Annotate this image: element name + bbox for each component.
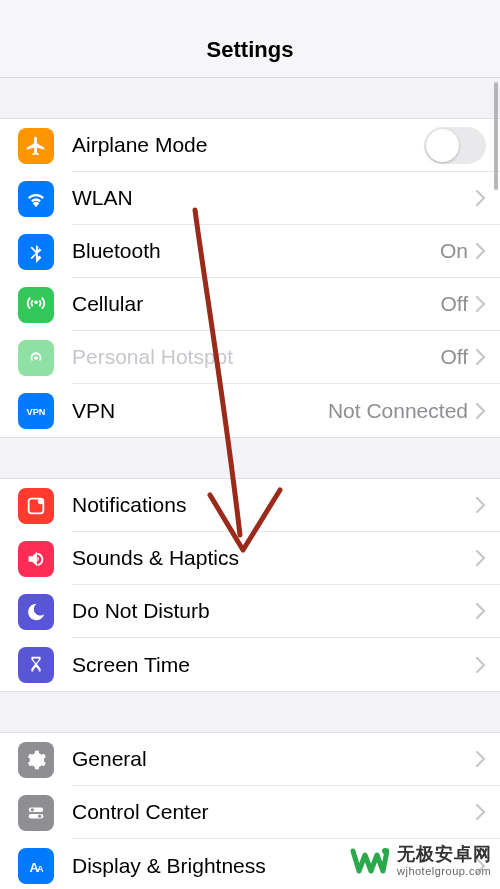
- cellular-label: Cellular: [72, 292, 440, 316]
- chevron-right-icon: [476, 804, 486, 820]
- chevron-right-icon: [476, 497, 486, 513]
- airplane-icon: [18, 128, 54, 164]
- bluetooth-row[interactable]: Bluetooth On: [0, 225, 500, 278]
- wifi-icon: [18, 181, 54, 217]
- gear-icon: [18, 742, 54, 778]
- chevron-right-icon: [476, 190, 486, 206]
- vpn-row[interactable]: VPN VPN Not Connected: [0, 384, 500, 437]
- screentime-row[interactable]: Screen Time: [0, 638, 500, 691]
- hotspot-icon: [18, 340, 54, 376]
- chevron-right-icon: [476, 296, 486, 312]
- notifications-row[interactable]: Notifications: [0, 479, 500, 532]
- bluetooth-icon: [18, 234, 54, 270]
- control-center-row[interactable]: Control Center: [0, 786, 500, 839]
- chevron-right-icon: [476, 858, 486, 874]
- sounds-icon: [18, 541, 54, 577]
- cellular-row[interactable]: Cellular Off: [0, 278, 500, 331]
- moon-icon: [18, 594, 54, 630]
- airplane-mode-row[interactable]: Airplane Mode: [0, 119, 500, 172]
- header: Settings: [0, 0, 500, 78]
- scrollbar[interactable]: [494, 82, 498, 190]
- svg-point-4: [31, 808, 34, 811]
- vpn-value: Not Connected: [328, 399, 468, 423]
- bluetooth-value: On: [440, 239, 468, 263]
- hotspot-label: Personal Hotspot: [72, 345, 440, 369]
- svg-point-2: [38, 498, 44, 504]
- antenna-icon: [18, 287, 54, 323]
- notifications-icon: [18, 488, 54, 524]
- display-brightness-label: Display & Brightness: [72, 854, 476, 878]
- vpn-icon: VPN: [18, 393, 54, 429]
- dnd-row[interactable]: Do Not Disturb: [0, 585, 500, 638]
- notifications-label: Notifications: [72, 493, 476, 517]
- vpn-label: VPN: [72, 399, 328, 423]
- svg-text:A: A: [37, 863, 44, 873]
- control-center-label: Control Center: [72, 800, 476, 824]
- wlan-label: WLAN: [72, 186, 476, 210]
- chevron-right-icon: [476, 550, 486, 566]
- display-brightness-row[interactable]: AA Display & Brightness: [0, 839, 500, 889]
- chevron-right-icon: [476, 657, 486, 673]
- page-title: Settings: [207, 37, 294, 63]
- svg-point-6: [38, 814, 41, 817]
- general-row[interactable]: General: [0, 733, 500, 786]
- sounds-label: Sounds & Haptics: [72, 546, 476, 570]
- airplane-mode-label: Airplane Mode: [72, 133, 424, 157]
- chevron-right-icon: [476, 751, 486, 767]
- chevron-right-icon: [476, 603, 486, 619]
- general-label: General: [72, 747, 476, 771]
- hotspot-value: Off: [440, 345, 468, 369]
- switches-icon: [18, 795, 54, 831]
- hotspot-row[interactable]: Personal Hotspot Off: [0, 331, 500, 384]
- cellular-value: Off: [440, 292, 468, 316]
- screentime-label: Screen Time: [72, 653, 476, 677]
- settings-group-connectivity: Airplane Mode WLAN Bluetooth On Cellular…: [0, 118, 500, 438]
- hourglass-icon: [18, 647, 54, 683]
- chevron-right-icon: [476, 349, 486, 365]
- chevron-right-icon: [476, 403, 486, 419]
- text-size-icon: AA: [18, 848, 54, 884]
- settings-group-general: General Control Center AA Display & Brig…: [0, 732, 500, 889]
- airplane-mode-toggle[interactable]: [424, 127, 486, 164]
- bluetooth-label: Bluetooth: [72, 239, 440, 263]
- svg-text:VPN: VPN: [27, 406, 46, 416]
- dnd-label: Do Not Disturb: [72, 599, 476, 623]
- settings-group-notifications: Notifications Sounds & Haptics Do Not Di…: [0, 478, 500, 692]
- chevron-right-icon: [476, 243, 486, 259]
- sounds-row[interactable]: Sounds & Haptics: [0, 532, 500, 585]
- wlan-row[interactable]: WLAN: [0, 172, 500, 225]
